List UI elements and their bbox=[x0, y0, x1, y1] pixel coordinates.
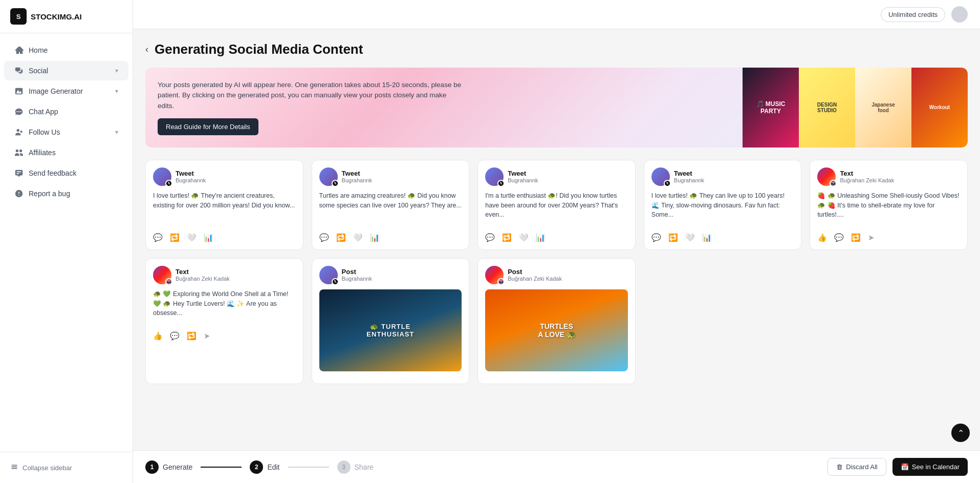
chart-icon[interactable]: 📊 bbox=[204, 233, 213, 242]
read-guide-button[interactable]: Read Guide for More Details bbox=[158, 118, 258, 135]
card-content: I'm a turtle enthusiast 🐢! Did you know … bbox=[485, 191, 628, 227]
logo-icon: S bbox=[10, 8, 27, 25]
sidebar-bottom: Collapse sidebar bbox=[0, 452, 133, 483]
step-2: 2 Edit bbox=[250, 460, 279, 474]
chart-icon[interactable]: 📊 bbox=[370, 233, 380, 242]
card-user: Bugrahannk bbox=[342, 177, 462, 183]
card-header: 📷 Post Buğrahan Zeki Kadak bbox=[485, 266, 628, 284]
post-card-4[interactable]: 𝕏 Tweet Bugrahannk I love turtles! 🐢 The… bbox=[644, 160, 802, 250]
comment-icon[interactable]: 💬 bbox=[651, 233, 661, 242]
card-type: Post bbox=[508, 268, 628, 276]
sidebar-item-label: Chat App bbox=[29, 108, 58, 116]
like-icon[interactable]: 👍 bbox=[153, 331, 163, 341]
sidebar-item-home[interactable]: Home bbox=[4, 40, 128, 60]
step-line-2 bbox=[288, 467, 329, 468]
collapse-sidebar-button[interactable]: Collapse sidebar bbox=[4, 458, 128, 477]
card-header: 📷 Text Buğrahan Zeki Kadak bbox=[817, 167, 960, 186]
avatar: 📷 bbox=[817, 167, 836, 186]
card-header: 📷 Text Buğrahan Zeki Kadak bbox=[153, 266, 296, 284]
share-icon[interactable]: ➤ bbox=[204, 331, 210, 341]
comment-icon[interactable]: 💬 bbox=[834, 233, 844, 242]
sidebar-item-affiliates[interactable]: Affiliates bbox=[4, 143, 128, 162]
post-image: 🐢 TURTLEENTHUSIAST bbox=[319, 289, 462, 371]
card-meta: Text Buğrahan Zeki Kadak bbox=[176, 268, 296, 282]
card-user: Buğrahan Zeki Kadak bbox=[840, 177, 960, 183]
avatar: 📷 bbox=[485, 266, 504, 284]
chevron-down-icon: ▾ bbox=[115, 88, 118, 95]
step-3-number: 3 bbox=[337, 460, 351, 474]
card-user: Bugrahannk bbox=[674, 177, 794, 183]
card-header: 𝕏 Tweet Bugrahannk bbox=[153, 167, 296, 186]
card-content: Turtles are amazing creatures! 🐢 Did you… bbox=[319, 191, 462, 227]
card-type: Tweet bbox=[674, 170, 794, 177]
card-user: Bugrahannk bbox=[342, 276, 462, 282]
banner-description: Your posts generated by AI will appear h… bbox=[158, 80, 465, 111]
post-card-5[interactable]: 📷 Text Buğrahan Zeki Kadak 🍓 🐢 Unleashin… bbox=[810, 160, 968, 250]
banner-img-1: 🎵 MUSICPARTY bbox=[743, 68, 799, 148]
discard-all-button[interactable]: 🗑 Discard All bbox=[827, 458, 886, 476]
see-in-calendar-button[interactable]: 📅 See in Calendar bbox=[892, 458, 968, 476]
share-icon[interactable]: ➤ bbox=[868, 233, 875, 242]
avatar: 📷 bbox=[153, 266, 171, 284]
sidebar: S STOCKIMG.AI Home Social ▾ Image Genera… bbox=[0, 0, 133, 483]
like-icon[interactable]: 🤍 bbox=[353, 233, 363, 242]
user-avatar[interactable] bbox=[951, 6, 968, 23]
like-icon[interactable]: 👍 bbox=[817, 233, 827, 242]
avatar: 𝕏 bbox=[319, 266, 338, 284]
like-icon[interactable]: 🤍 bbox=[187, 233, 197, 242]
card-meta: Tweet Bugrahannk bbox=[674, 170, 794, 183]
retweet-icon[interactable]: 🔁 bbox=[170, 233, 180, 242]
card-type: Text bbox=[840, 170, 960, 177]
post-card-7[interactable]: 𝕏 Post Bugrahannk 🐢 TURTLEENTHUSIAST bbox=[312, 258, 470, 384]
page-header: ‹ Generating Social Media Content bbox=[145, 41, 968, 57]
sidebar-item-social[interactable]: Social ▾ bbox=[4, 61, 128, 80]
logo-text: STOCKIMG.AI bbox=[31, 12, 82, 21]
nav: Home Social ▾ Image Generator ▾ Chat App… bbox=[0, 33, 133, 452]
comment-icon[interactable]: 💬 bbox=[319, 233, 329, 242]
chart-icon[interactable]: 📊 bbox=[536, 233, 546, 242]
chart-icon[interactable]: 📊 bbox=[702, 233, 712, 242]
sidebar-item-chat[interactable]: Chat App bbox=[4, 102, 128, 121]
banner-img-label-2: DESIGNSTUDIO bbox=[817, 102, 837, 113]
page-title: Generating Social Media Content bbox=[155, 41, 363, 57]
retweet-icon[interactable]: 🔁 bbox=[668, 233, 678, 242]
comment-icon[interactable]: 💬 bbox=[170, 331, 180, 341]
card-actions: 💬 🔁 🤍 📊 bbox=[153, 233, 296, 242]
card-type: Tweet bbox=[508, 170, 628, 177]
post-card-1[interactable]: 𝕏 Tweet Bugrahannk I love turtles! 🐢 The… bbox=[145, 160, 303, 250]
retweet-icon[interactable]: 🔁 bbox=[336, 233, 346, 242]
avatar: 𝕏 bbox=[651, 167, 670, 186]
step-3-label: Share bbox=[355, 463, 374, 471]
banner-images: 🎵 MUSICPARTY DESIGNSTUDIO Japanesefood W… bbox=[743, 68, 968, 148]
like-icon[interactable]: 🤍 bbox=[519, 233, 529, 242]
trash-icon: 🗑 bbox=[836, 463, 843, 471]
retweet-icon[interactable]: 🔁 bbox=[502, 233, 512, 242]
card-content: 🐢 💚 Exploring the World One Shell at a T… bbox=[153, 289, 296, 325]
card-user: Buğrahan Zeki Kadak bbox=[508, 276, 628, 282]
card-content: I love turtles! 🐢 They're ancient creatu… bbox=[153, 191, 296, 227]
credits-button[interactable]: Unlimited credits bbox=[881, 7, 945, 22]
cards-row-2: 📷 Text Buğrahan Zeki Kadak 🐢 💚 Exploring… bbox=[145, 258, 968, 384]
card-meta: Post Bugrahannk bbox=[342, 268, 462, 282]
like-icon[interactable]: 🤍 bbox=[685, 233, 695, 242]
retweet-icon[interactable]: 🔁 bbox=[187, 331, 197, 341]
scroll-to-top-button[interactable]: ⌃ bbox=[951, 424, 970, 442]
post-card-6[interactable]: 📷 Text Buğrahan Zeki Kadak 🐢 💚 Exploring… bbox=[145, 258, 303, 384]
sidebar-item-feedback[interactable]: Send feedback bbox=[4, 163, 128, 183]
sidebar-item-image-generator[interactable]: Image Generator ▾ bbox=[4, 81, 128, 101]
back-button[interactable]: ‹ bbox=[145, 44, 148, 55]
comment-icon[interactable]: 💬 bbox=[485, 233, 495, 242]
post-card-3[interactable]: 𝕏 Tweet Bugrahannk I'm a turtle enthusia… bbox=[477, 160, 636, 250]
post-card-8[interactable]: 📷 Post Buğrahan Zeki Kadak TURTLESA LOVE… bbox=[477, 258, 636, 384]
card-meta: Tweet Bugrahannk bbox=[176, 170, 296, 183]
logo[interactable]: S STOCKIMG.AI bbox=[0, 0, 133, 33]
retweet-icon[interactable]: 🔁 bbox=[851, 233, 861, 242]
comment-icon[interactable]: 💬 bbox=[153, 233, 163, 242]
step-2-label: Edit bbox=[267, 463, 279, 471]
post-card-2[interactable]: 𝕏 Tweet Bugrahannk Turtles are amazing c… bbox=[312, 160, 470, 250]
banner-img-2: DESIGNSTUDIO bbox=[799, 68, 855, 148]
bottom-actions: 🗑 Discard All 📅 See in Calendar bbox=[827, 458, 968, 476]
card-type: Tweet bbox=[342, 170, 462, 177]
sidebar-item-follow[interactable]: Follow Us ▾ bbox=[4, 122, 128, 142]
sidebar-item-bug[interactable]: Report a bug bbox=[4, 184, 128, 203]
